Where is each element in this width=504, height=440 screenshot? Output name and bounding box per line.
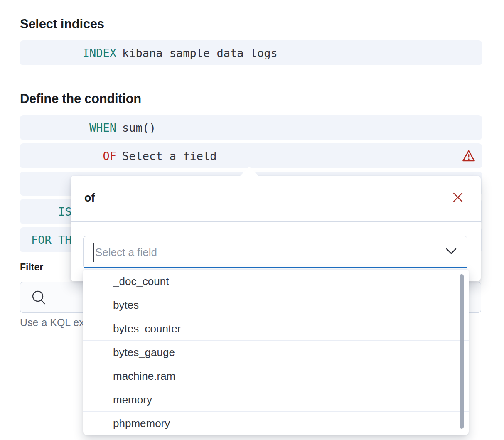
warning-icon <box>462 150 475 162</box>
when-keyword: WHEN <box>20 121 116 134</box>
popover-title: of <box>84 192 95 204</box>
field-option[interactable]: machine.ram <box>83 364 469 388</box>
indices-section-title: Select indices <box>20 17 104 32</box>
condition-section-title: Define the condition <box>20 91 141 106</box>
field-option[interactable]: _doc_count <box>83 269 469 293</box>
of-keyword: OF <box>20 150 116 162</box>
of-popover: of Select a field <box>71 176 481 281</box>
field-option[interactable]: bytes_counter <box>83 317 469 340</box>
of-value: Select a field <box>122 150 217 162</box>
field-option[interactable]: bytes <box>83 293 469 317</box>
rule-condition-editor: Select indices INDEX kibana_sample_data_… <box>0 0 504 440</box>
close-icon <box>452 192 463 203</box>
field-combobox[interactable]: Select a field <box>83 236 467 268</box>
chevron-down-icon[interactable] <box>445 247 457 257</box>
dropdown-scrollbar[interactable] <box>460 274 464 429</box>
text-cursor <box>93 243 94 262</box>
field-options-list: _doc_count bytes bytes_counter bytes_gau… <box>83 269 469 435</box>
field-option[interactable]: memory <box>83 388 469 411</box>
index-keyword: INDEX <box>20 47 116 59</box>
kql-help-text: Use a KQL ex <box>20 317 84 329</box>
expression-of[interactable]: OF Select a field <box>20 143 482 168</box>
field-options-dropdown: _doc_count bytes bytes_counter bytes_gau… <box>83 269 469 435</box>
field-option[interactable]: bytes_gauge <box>83 340 469 364</box>
combobox-placeholder: Select a field <box>95 246 157 259</box>
popover-title-divider <box>71 221 481 222</box>
popover-arrow <box>239 167 259 187</box>
is-keyword: IS <box>58 205 72 218</box>
index-value: kibana_sample_data_logs <box>122 47 278 59</box>
filter-label: Filter <box>20 262 43 273</box>
expression-index[interactable]: INDEX kibana_sample_data_logs <box>20 40 482 65</box>
for-the-last-keyword: FOR TH <box>31 234 72 246</box>
field-option[interactable]: phpmemory <box>83 411 469 435</box>
search-icon <box>31 289 47 307</box>
close-button[interactable] <box>452 192 464 204</box>
expression-when[interactable]: WHEN sum() <box>20 115 482 140</box>
when-value: sum() <box>122 121 156 134</box>
